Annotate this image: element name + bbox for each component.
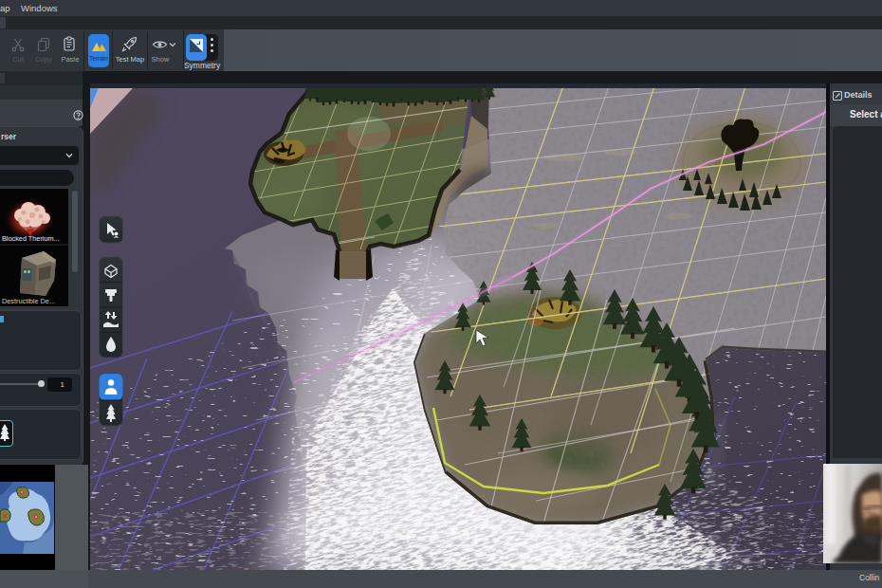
svg-text:Destructible De...: Destructible De... — [2, 297, 55, 305]
svg-text:Blocked Therium...: Blocked Therium... — [2, 234, 60, 243]
